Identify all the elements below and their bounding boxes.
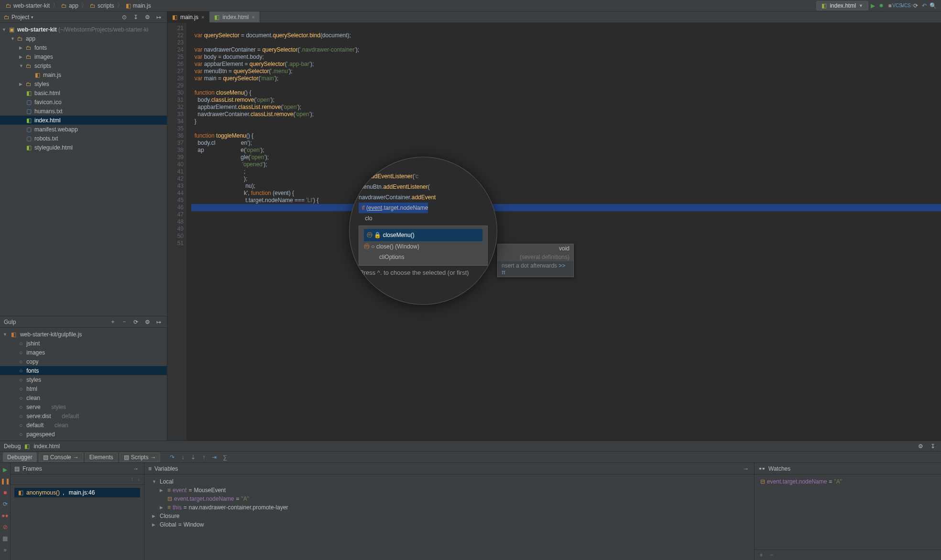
tree-item[interactable]: ▼🗀app	[0, 34, 167, 43]
var-row[interactable]: ▶≡ event = MouseEvent	[148, 486, 750, 495]
remove-watch-icon[interactable]: －	[769, 551, 775, 559]
elements-tab[interactable]: Elements	[85, 452, 118, 462]
filter-icon[interactable]: →	[742, 464, 750, 473]
tree-item[interactable]: ▢humans.txt	[0, 107, 167, 116]
evaluate-icon[interactable]: ∑	[220, 453, 229, 462]
debug-button[interactable]: ✹	[877, 1, 886, 10]
tree-item[interactable]: ◧main.js	[0, 70, 167, 79]
mute-bp-icon[interactable]: ⊘	[1, 523, 9, 531]
stack-frame[interactable]: ◧ anonymous(), main.js:46	[14, 488, 140, 497]
var-scope[interactable]: ▶Global = Window	[148, 520, 750, 529]
tree-item[interactable]: ◧basic.html	[0, 88, 167, 97]
project-root[interactable]: ▼ ▣ web-starter-kit (~/WebstormProjects/…	[0, 25, 167, 34]
refresh-icon[interactable]: ⟳	[131, 318, 140, 326]
more-icon[interactable]: »	[1, 546, 9, 554]
force-step-icon[interactable]: ⇣	[189, 453, 197, 462]
code-editor[interactable]: 2122232425262728293031323334353637383940…	[167, 23, 941, 441]
breadcrumb[interactable]: 🗀 app	[59, 2, 80, 9]
breadcrumb[interactable]: 🗀 scripts	[88, 2, 116, 9]
project-tree[interactable]: ▼ ▣ web-starter-kit (~/WebstormProjects/…	[0, 23, 167, 316]
watches-icon: 👓	[758, 465, 766, 472]
remove-icon[interactable]: －	[120, 318, 129, 326]
sync-icon[interactable]: ⟳	[911, 1, 920, 10]
completion-item[interactable]: ⓜ ○ close() (Window)	[364, 241, 482, 252]
tree-item[interactable]: ◧styleguide.html	[0, 143, 167, 152]
breadcrumb[interactable]: 🗀 web-starter-kit	[4, 2, 52, 9]
tree-item[interactable]: ◧index.html	[0, 116, 167, 125]
undo-icon[interactable]: ↶	[920, 1, 929, 10]
scripts-tab[interactable]: ▤Scripts →	[120, 452, 161, 462]
editor-tab[interactable]: ◧ main.js ×	[167, 11, 209, 22]
prev-frame-icon[interactable]: ↑	[131, 475, 133, 484]
chevron-down-icon[interactable]: ▾	[31, 15, 33, 20]
pause-icon[interactable]: ❚❚	[1, 477, 9, 485]
tree-item[interactable]: ▢favicon.ico	[0, 97, 167, 107]
code-content[interactable]: var querySelector = document.querySelect…	[186, 23, 941, 441]
gear-icon[interactable]: ⚙	[916, 442, 925, 451]
stop-icon[interactable]: ■	[1, 489, 9, 496]
var-row[interactable]: ▶≡ this = nav.navdrawer-container.promot…	[148, 503, 750, 512]
tree-item[interactable]: ▶🗀styles	[0, 79, 167, 88]
tree-item[interactable]: ▢manifest.webapp	[0, 125, 167, 134]
close-icon[interactable]: ×	[201, 14, 204, 20]
gulp-task[interactable]: ○styles	[0, 375, 167, 384]
vcs-commit-icon[interactable]: VCS↑	[903, 1, 911, 10]
gulp-task-list[interactable]: ▼ ◧ web-starter-kit/gulpfile.js ○jshint○…	[0, 328, 167, 441]
console-tab[interactable]: ▤Console →	[39, 452, 83, 462]
gulp-task[interactable]: ○copy	[0, 357, 167, 366]
next-frame-icon[interactable]: ↓	[137, 475, 140, 484]
step-into-icon[interactable]: ↓	[178, 453, 187, 462]
hide-icon[interactable]: ↧	[929, 442, 937, 451]
gear-icon[interactable]: ⚙	[143, 13, 152, 22]
var-scope[interactable]: ▶Closure	[148, 512, 750, 520]
tree-item[interactable]: ▶🗀fonts	[0, 43, 167, 52]
run-to-cursor-icon[interactable]: ⇥	[210, 453, 219, 462]
completion-item[interactable]: cliOptions	[364, 252, 482, 262]
close-icon[interactable]: ×	[252, 14, 254, 20]
layout-icon[interactable]: ▦	[1, 535, 9, 542]
breakpoints-icon[interactable]: ●●	[1, 512, 9, 519]
var-scope[interactable]: ▼Local	[148, 477, 750, 486]
gulp-task[interactable]: ○images	[0, 348, 167, 357]
html-file-icon: ◧	[821, 2, 827, 9]
hide-icon[interactable]: ↦	[154, 318, 163, 326]
scroll-from-source-icon[interactable]: ⊙	[120, 13, 129, 22]
run-config-dropdown[interactable]: ◧ index.html ▼	[816, 1, 868, 11]
step-over-icon[interactable]: ↷	[168, 453, 176, 462]
search-icon[interactable]: 🔍	[929, 1, 937, 10]
hide-icon[interactable]: ↦	[154, 13, 163, 22]
gulp-task[interactable]: ○html	[0, 384, 167, 393]
watch-row[interactable]: ⊟ event.target.nodeName = "A"	[758, 477, 937, 486]
breadcrumb[interactable]: ◧ main.js	[124, 2, 153, 9]
gulp-file-row[interactable]: ▼ ◧ web-starter-kit/gulpfile.js	[0, 330, 167, 339]
step-out-icon[interactable]: ↑	[199, 453, 208, 462]
collapse-all-icon[interactable]: ↧	[131, 13, 140, 22]
gulp-task[interactable]: ○default clean	[0, 420, 167, 430]
debugger-tab[interactable]: Debugger	[3, 452, 37, 462]
gulp-task[interactable]: ○serve styles	[0, 402, 167, 411]
resume-icon[interactable]: ▶	[1, 466, 9, 474]
completion-popup[interactable]: void (several definitions) nsert a dot a…	[497, 244, 574, 277]
tree-item[interactable]: ▼🗀scripts	[0, 61, 167, 70]
add-watch-icon[interactable]: ＋	[758, 551, 764, 559]
variables-title: Variables	[154, 465, 178, 472]
gulp-task[interactable]: ○serve:dist default	[0, 411, 167, 420]
gulp-task[interactable]: ○pagespeed	[0, 430, 167, 439]
var-row[interactable]: ⊟ event.target.nodeName = "A"	[148, 495, 750, 503]
editor-tab[interactable]: ◧ index.html ×	[209, 11, 260, 22]
file-icon: ▢	[25, 126, 33, 133]
gulp-task[interactable]: ○jshint	[0, 339, 167, 348]
debug-target: index.html	[33, 443, 60, 450]
add-icon[interactable]: ＋	[109, 318, 117, 326]
completion-item[interactable]: ⓜ 🔒 closeMenu()	[364, 229, 482, 241]
tree-item[interactable]: ▢robots.txt	[0, 134, 167, 143]
gulp-task[interactable]: ○fonts	[0, 366, 167, 375]
run-button[interactable]: ▶	[868, 1, 877, 10]
rerun-icon[interactable]: ⟳	[1, 500, 9, 508]
filter-icon[interactable]: →	[131, 464, 140, 473]
tree-item[interactable]: ▶🗀images	[0, 52, 167, 61]
gulp-task[interactable]: ○clean	[0, 393, 167, 402]
gulp-file-icon: ◧	[11, 331, 16, 338]
frames-title: Frames	[22, 465, 42, 472]
gear-icon[interactable]: ⚙	[143, 318, 152, 326]
